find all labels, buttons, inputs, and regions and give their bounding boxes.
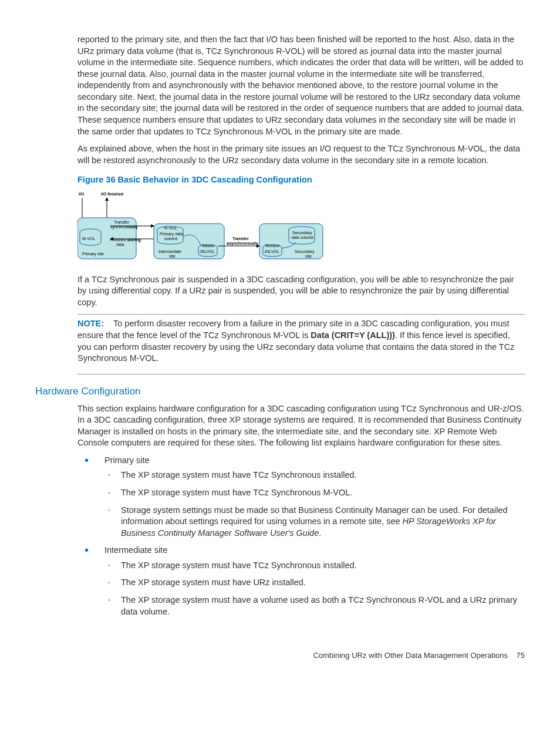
list-item: The XP storage system must have TCz Sync…: [104, 487, 525, 499]
diagram-label: site: [305, 254, 312, 258]
diagram-label: Transfer: [232, 237, 249, 241]
diagram-label: data volume: [291, 235, 313, 239]
list-item: Intermediate site The XP storage system …: [77, 545, 525, 617]
diagram-label: Secondary: [292, 231, 312, 235]
list-item: Primary site The XP storage system must …: [77, 455, 525, 539]
diagram-label: JNLVOL: [264, 249, 279, 254]
bullet-list: Primary site The XP storage system must …: [77, 455, 525, 617]
note-block: NOTE: To perform disaster recovery from …: [77, 314, 525, 374]
diagram-label: Finished storing: [110, 238, 141, 242]
body-paragraph: As explained above, when the host in the…: [77, 143, 525, 166]
figure-caption: Figure 36 Basic Behavior in 3DC Cascadin…: [77, 174, 525, 186]
diagram-label: Primary data: [160, 232, 183, 237]
page-footer: Combining URz with Other Data Management…: [35, 650, 525, 661]
list-item: The XP storage system must have a volume…: [104, 595, 525, 617]
diagram-label: Master: [202, 244, 215, 248]
section-heading: Hardware Configuration: [35, 385, 525, 399]
page-number: 75: [517, 651, 525, 660]
diagram-label: R-VOL: [164, 226, 177, 230]
list-item: The XP storage system must have URz inst…: [104, 577, 525, 589]
diagram-label: Restore: [265, 244, 280, 248]
diagram-label: site: [169, 254, 176, 258]
diagram-label: synchronously: [110, 225, 138, 229]
diagram-label: data: [116, 242, 124, 247]
diagram-label: I/O finished: [101, 192, 123, 196]
body-paragraph: If a TCz Synchronous pair is suspended i…: [77, 274, 525, 309]
body-paragraph: reported to the primary site, and then t…: [77, 34, 525, 137]
note-text: NOTE: To perform disaster recovery from …: [77, 318, 525, 364]
list-item: The XP storage system must have TCz Sync…: [104, 470, 525, 481]
list-item: The XP storage system must have TCz Sync…: [104, 560, 525, 572]
footer-title: Combining URz with Other Data Management…: [313, 651, 508, 660]
diagram-label: M-VOL: [82, 237, 95, 241]
diagram-label: asynchronously: [227, 241, 258, 246]
list-item: Storage system settings must be made so …: [104, 505, 525, 539]
note-label: NOTE:: [77, 319, 104, 328]
diagram-label: Transfer: [114, 220, 129, 224]
body-paragraph: This section explains hardware configura…: [77, 403, 525, 449]
diagram-label: Secondary: [295, 249, 315, 254]
diagram-label: Intermediate: [158, 249, 181, 254]
diagram-label: I/O: [79, 192, 85, 196]
diagram-label: volume: [164, 237, 178, 241]
diagram-label: Primary site: [82, 252, 104, 256]
figure-diagram: I/O I/O finished Transfer synchronously …: [77, 190, 324, 266]
diagram-label: JNLVOL: [200, 249, 215, 254]
